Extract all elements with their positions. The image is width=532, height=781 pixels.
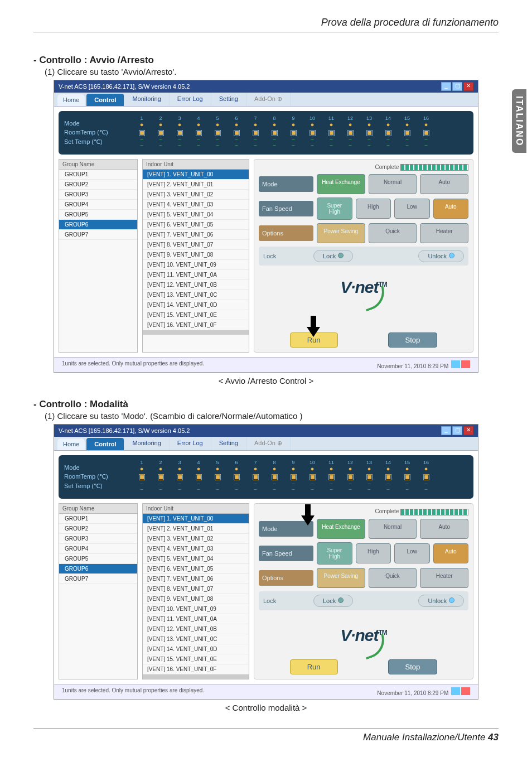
unit-column[interactable]: 14●▣–– (380, 115, 396, 150)
unit-item[interactable]: [VENT] 6. VENT_UNIT_05 (143, 220, 249, 230)
unit-item[interactable]: [VENT] 2. VENT_UNIT_01 (143, 180, 249, 190)
tab-setting[interactable]: Setting (211, 437, 246, 450)
option-quick-button[interactable]: Quick (369, 223, 417, 243)
unit-column[interactable]: 1●▣–– (133, 115, 150, 150)
unit-column[interactable]: 12●▣–– (342, 460, 359, 494)
mode-heatexchange-button[interactable]: Heat Exchange (317, 174, 365, 194)
unit-item[interactable]: [VENT] 7. VENT_UNIT_06 (143, 230, 249, 240)
stop-button[interactable]: Stop (388, 659, 438, 674)
tab-addon[interactable]: Add-On ⊕ (246, 93, 291, 106)
unit-item[interactable]: [VENT] 11. VENT_UNIT_0A (143, 270, 249, 280)
unit-column[interactable]: 8●▣–– (266, 460, 283, 494)
run-button[interactable]: Run (290, 659, 338, 674)
unit-item[interactable]: [VENT] 2. VENT_UNIT_01 (143, 524, 249, 534)
unit-item[interactable]: [VENT] 12. VENT_UNIT_0B (143, 280, 249, 290)
fan-high-button[interactable]: High (356, 199, 391, 219)
unlock-button[interactable]: Unlock (418, 595, 464, 607)
option-heater-button[interactable]: Heater (420, 223, 468, 243)
tab-errorlog[interactable]: Error Log (170, 437, 211, 450)
fan-low-button[interactable]: Low (394, 199, 430, 219)
unit-item[interactable]: [VENT] 16. VENT_UNIT_0F (143, 320, 249, 330)
tab-setting[interactable]: Setting (211, 93, 246, 106)
close-icon[interactable]: ✕ (463, 82, 473, 91)
unit-item[interactable]: [VENT] 5. VENT_UNIT_04 (143, 210, 249, 220)
group-item[interactable]: GROUP1 (59, 170, 137, 180)
unit-item[interactable]: [VENT] 6. VENT_UNIT_05 (143, 564, 249, 574)
unit-item[interactable]: [VENT] 14. VENT_UNIT_0D (143, 300, 249, 310)
unit-column[interactable]: 2●▣–– (152, 460, 169, 494)
unit-column[interactable]: 4●▣–– (190, 460, 207, 494)
fan-high-button[interactable]: High (356, 543, 391, 563)
unit-column[interactable]: 11●▣–– (323, 460, 340, 494)
option-powersaving-button[interactable]: Power Saving (317, 223, 365, 243)
mode-auto-button[interactable]: Auto (420, 519, 468, 539)
unit-column[interactable]: 10●▣–– (304, 460, 321, 494)
option-heater-button[interactable]: Heater (420, 568, 468, 588)
unit-item[interactable]: [VENT] 15. VENT_UNIT_0E (143, 310, 249, 320)
unit-item[interactable]: [VENT] 5. VENT_UNIT_04 (143, 554, 249, 564)
maximize-icon[interactable]: ▢ (452, 426, 462, 435)
mode-auto-button[interactable]: Auto (420, 174, 468, 194)
unit-column[interactable]: 15●▣–– (399, 115, 415, 150)
tab-control[interactable]: Control (86, 438, 124, 450)
unit-column[interactable]: 2●▣–– (152, 115, 169, 150)
group-item[interactable]: GROUP5 (59, 554, 137, 564)
unit-column[interactable]: 12●▣–– (342, 115, 359, 150)
option-powersaving-button[interactable]: Power Saving (317, 568, 365, 588)
unit-column[interactable]: 1●▣–– (133, 460, 150, 494)
fan-low-button[interactable]: Low (394, 543, 430, 563)
close-icon[interactable]: ✕ (463, 426, 473, 435)
tab-monitoring[interactable]: Monitoring (124, 93, 169, 106)
unit-column[interactable]: 9●▣–– (285, 460, 302, 494)
maximize-icon[interactable]: ▢ (452, 82, 462, 91)
unit-item[interactable]: [VENT] 1. VENT_UNIT_00 (143, 514, 249, 524)
unlock-button[interactable]: Unlock (418, 250, 464, 262)
tab-errorlog[interactable]: Error Log (170, 93, 211, 106)
fan-auto-button[interactable]: Auto (433, 199, 469, 219)
window-buttons[interactable]: _ ▢ ✕ (441, 426, 473, 435)
unit-item[interactable]: [VENT] 4. VENT_UNIT_03 (143, 544, 249, 554)
minimize-icon[interactable]: _ (441, 82, 451, 91)
unit-item[interactable]: [VENT] 13. VENT_UNIT_0C (143, 634, 249, 644)
unit-item[interactable]: [VENT] 12. VENT_UNIT_0B (143, 624, 249, 634)
group-item[interactable]: GROUP7 (59, 574, 137, 584)
unit-item[interactable]: [VENT] 11. VENT_UNIT_0A (143, 614, 249, 624)
fan-auto-button[interactable]: Auto (433, 543, 469, 563)
tab-home[interactable]: Home (57, 94, 85, 106)
unit-column[interactable]: 3●▣–– (171, 115, 188, 150)
group-item[interactable]: GROUP6 (59, 220, 137, 230)
group-item[interactable]: GROUP6 (59, 564, 137, 574)
unit-column[interactable]: 14●▣–– (380, 460, 396, 494)
unit-item[interactable]: [VENT] 10. VENT_UNIT_09 (143, 260, 249, 270)
mode-normal-button[interactable]: Normal (369, 519, 417, 539)
unit-item[interactable]: [VENT] 15. VENT_UNIT_0E (143, 654, 249, 664)
mode-normal-button[interactable]: Normal (369, 174, 417, 194)
group-item[interactable]: GROUP2 (59, 524, 137, 534)
tab-monitoring[interactable]: Monitoring (124, 437, 169, 450)
unit-column[interactable]: 9●▣–– (285, 115, 302, 150)
unit-column[interactable]: 6●▣–– (228, 115, 245, 150)
unit-column[interactable]: 3●▣–– (171, 460, 188, 494)
unit-item[interactable]: [VENT] 4. VENT_UNIT_03 (143, 200, 249, 210)
unit-column[interactable]: 16●▣–– (418, 460, 434, 494)
unit-column[interactable]: 7●▣–– (247, 115, 264, 150)
group-item[interactable]: GROUP2 (59, 180, 137, 190)
group-item[interactable]: GROUP4 (59, 200, 137, 210)
unit-item[interactable]: [VENT] 8. VENT_UNIT_07 (143, 584, 249, 594)
unit-item[interactable]: [VENT] 9. VENT_UNIT_08 (143, 594, 249, 604)
tab-addon[interactable]: Add-On ⊕ (246, 437, 291, 450)
unit-column[interactable]: 7●▣–– (247, 460, 264, 494)
unit-item[interactable]: [VENT] 3. VENT_UNIT_02 (143, 534, 249, 544)
unit-item[interactable]: [VENT] 14. VENT_UNIT_0D (143, 644, 249, 654)
unit-column[interactable]: 10●▣–– (304, 115, 321, 150)
unit-item[interactable]: [VENT] 13. VENT_UNIT_0C (143, 290, 249, 300)
group-item[interactable]: GROUP5 (59, 210, 137, 220)
unit-column[interactable]: 5●▣–– (209, 115, 226, 150)
window-buttons[interactable]: _ ▢ ✕ (441, 82, 473, 91)
fan-superhigh-button[interactable]: Super High (317, 542, 352, 565)
unit-column[interactable]: 13●▣–– (361, 460, 378, 494)
group-item[interactable]: GROUP3 (59, 190, 137, 200)
minimize-icon[interactable]: _ (441, 426, 451, 435)
unit-column[interactable]: 8●▣–– (266, 115, 283, 150)
unit-item[interactable]: [VENT] 8. VENT_UNIT_07 (143, 240, 249, 250)
